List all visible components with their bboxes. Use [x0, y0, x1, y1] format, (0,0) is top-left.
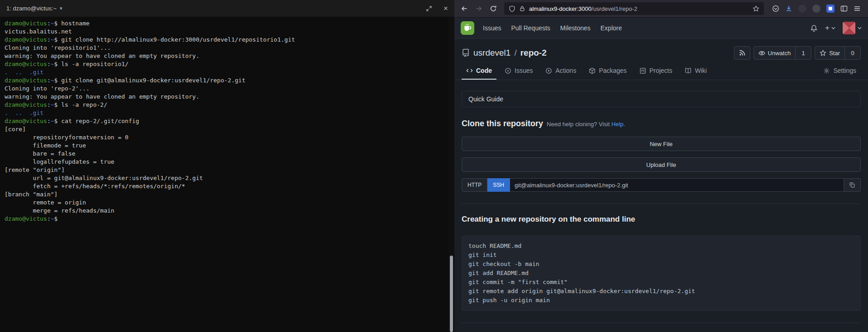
http-toggle-button[interactable]: HTTP [462, 178, 487, 192]
tab-projects-label: Projects [649, 67, 672, 74]
nav-item-explore[interactable]: Explore [596, 18, 627, 38]
star-button-group: Star 0 [815, 46, 861, 60]
extension-icon-3[interactable] [826, 5, 835, 13]
nav-item-milestones[interactable]: Milestones [555, 18, 596, 38]
repo-content: Quick Guide Clone this repository Need h… [454, 80, 868, 332]
tab-issues-label: Issues [515, 67, 533, 74]
downloads-icon[interactable] [785, 5, 792, 12]
tab-projects[interactable]: Projects [635, 62, 677, 80]
clone-section-heading: Clone this repository Need help cloning?… [462, 119, 861, 128]
star-button[interactable]: Star [815, 46, 845, 60]
new-repo-code-block: touch README.md git init git checkout -b… [462, 236, 861, 311]
clone-help-text: Need help cloning? Visit Help. [547, 121, 625, 128]
quick-guide-header: Quick Guide [462, 91, 861, 107]
watchers-count[interactable]: 1 [796, 46, 811, 60]
terminal-body[interactable]: dzamo@victus:~$ hostnamevictus.balaitus.… [0, 17, 448, 332]
gitea-navbar: Issues Pull Requests Milestones Explore … [454, 18, 868, 39]
terminal-title-caret-icon[interactable]: ▾ [60, 5, 62, 11]
url-path: /usrdevel1/repo-2 [591, 5, 637, 12]
terminal-window: 1: dzamo@victus:~ ▾ × dzamo@victus:~$ ho… [0, 0, 454, 332]
browser-toolbar: almalinux9-docker:3000/usrdevel1/repo-2 [454, 0, 868, 18]
gitea-logo-icon[interactable] [461, 21, 474, 35]
extension-icon-2[interactable] [812, 5, 820, 13]
pocket-icon[interactable] [772, 5, 779, 12]
repo-title-slash: / [514, 48, 516, 58]
back-button[interactable] [458, 2, 471, 15]
tab-code-label: Code [476, 67, 492, 74]
terminal-title: 1: dzamo@victus:~ [6, 5, 57, 12]
copy-url-button[interactable] [844, 178, 861, 192]
rss-feed-button[interactable] [734, 46, 750, 60]
terminal-maximize-icon[interactable] [426, 6, 432, 11]
terminal-scrollbar[interactable] [448, 17, 454, 332]
repo-icon [462, 49, 470, 57]
tab-settings[interactable]: Settings [819, 62, 861, 80]
forward-button[interactable] [472, 2, 485, 15]
terminal-scrollbar-thumb[interactable] [450, 256, 453, 332]
lock-icon[interactable] [519, 5, 525, 12]
navbar-right: + [810, 22, 862, 34]
tab-wiki-label: Wiki [695, 67, 706, 74]
new-file-button[interactable]: New File [462, 137, 861, 151]
clone-heading: Clone this repository [462, 119, 543, 128]
quick-guide-title: Quick Guide [468, 95, 503, 103]
upload-file-button[interactable]: Upload File [462, 157, 861, 172]
toolbar-extensions [768, 5, 864, 13]
divider [462, 204, 861, 204]
clone-url-row: HTTP SSH [462, 178, 861, 192]
help-link[interactable]: Help [611, 121, 624, 128]
browser-window: almalinux9-docker:3000/usrdevel1/repo-2 [454, 0, 868, 332]
unwatch-button[interactable]: Unwatch [754, 46, 796, 60]
divider [462, 323, 861, 323]
star-label: Star [829, 50, 840, 57]
url-text: almalinux9-docker:3000/usrdevel1/repo-2 [529, 5, 637, 12]
terminal-close-icon[interactable]: × [444, 5, 448, 12]
user-menu[interactable] [843, 22, 862, 34]
repo-title: usrdevel1 / repo-2 [462, 48, 547, 58]
repo-name-link[interactable]: repo-2 [520, 48, 547, 58]
extension-icon-1[interactable] [798, 5, 806, 13]
tracking-shield-icon[interactable] [509, 5, 515, 12]
terminal-titlebar[interactable]: 1: dzamo@victus:~ ▾ × [0, 0, 454, 17]
tab-issues[interactable]: Issues [500, 62, 537, 80]
repo-tabs: Code Issues Actions Packages Projects [454, 60, 868, 80]
sidebar-icon[interactable] [840, 5, 848, 12]
clone-help-suffix: . [624, 121, 625, 128]
stars-count[interactable]: 0 [845, 46, 861, 60]
url-host: almalinux9-docker:3000 [529, 5, 591, 12]
tab-actions[interactable]: Actions [541, 62, 581, 80]
menu-icon[interactable] [854, 5, 861, 12]
reload-button[interactable] [487, 2, 500, 15]
avatar[interactable] [843, 22, 855, 34]
nav-item-issues[interactable]: Issues [478, 18, 506, 38]
notifications-bell-icon[interactable] [810, 24, 818, 32]
repo-owner-link[interactable]: usrdevel1 [473, 48, 510, 58]
screen: 1: dzamo@victus:~ ▾ × dzamo@victus:~$ ho… [0, 0, 868, 332]
clone-help-prefix: Need help cloning? Visit [547, 121, 610, 128]
plus-icon: + [825, 24, 830, 33]
tab-packages[interactable]: Packages [584, 62, 631, 80]
tab-settings-label: Settings [833, 67, 856, 74]
bookmark-star-icon[interactable] [753, 5, 759, 12]
tab-actions-label: Actions [555, 67, 576, 74]
new-repo-heading: Creating a new repository on the command… [462, 215, 861, 224]
tab-wiki[interactable]: Wiki [680, 62, 711, 80]
tab-packages-label: Packages [599, 67, 626, 74]
create-new-dropdown[interactable]: + [825, 24, 835, 33]
repo-header: usrdevel1 / repo-2 Unwatch 1 [454, 39, 868, 60]
unwatch-label: Unwatch [768, 50, 791, 57]
repo-actions: Unwatch 1 Star 0 [734, 46, 861, 60]
clone-url-input[interactable] [510, 178, 844, 192]
url-bar[interactable]: almalinux9-docker:3000/usrdevel1/repo-2 [504, 2, 764, 15]
tab-code[interactable]: Code [462, 62, 496, 80]
terminal-main: dzamo@victus:~$ hostnamevictus.balaitus.… [0, 17, 454, 332]
watch-button-group: Unwatch 1 [754, 46, 812, 60]
ssh-toggle-button[interactable]: SSH [487, 178, 510, 192]
nav-item-pull-requests[interactable]: Pull Requests [506, 18, 555, 38]
gitea-page: Issues Pull Requests Milestones Explore … [454, 18, 868, 332]
